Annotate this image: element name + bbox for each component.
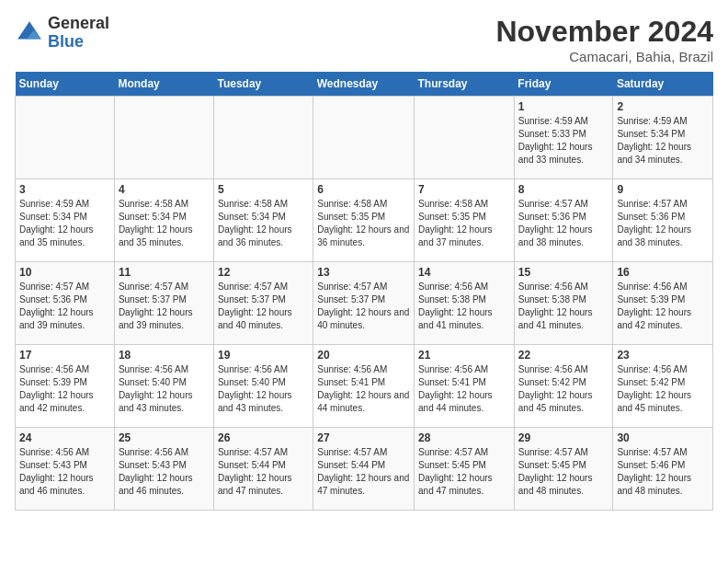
header-row: Sunday Monday Tuesday Wednesday Thursday… — [16, 72, 713, 97]
day-number: 1 — [518, 100, 609, 113]
day-number: 30 — [617, 431, 709, 444]
location: Camacari, Bahia, Brazil — [495, 49, 713, 64]
day-info: Sunrise: 4:58 AM Sunset: 5:35 PM Dayligh… — [317, 198, 410, 249]
calendar-cell: 24Sunrise: 4:56 AM Sunset: 5:43 PM Dayli… — [16, 428, 115, 511]
day-info: Sunrise: 4:57 AM Sunset: 5:46 PM Dayligh… — [617, 446, 709, 498]
calendar-cell: 10Sunrise: 4:57 AM Sunset: 5:36 PM Dayli… — [16, 262, 115, 345]
day-number: 10 — [19, 266, 110, 279]
day-number: 20 — [317, 349, 410, 362]
day-info: Sunrise: 4:56 AM Sunset: 5:41 PM Dayligh… — [317, 363, 410, 415]
day-info: Sunrise: 4:57 AM Sunset: 5:37 PM Dayligh… — [119, 281, 210, 332]
day-number: 13 — [317, 266, 410, 279]
calendar-cell: 23Sunrise: 4:56 AM Sunset: 5:42 PM Dayli… — [613, 345, 713, 428]
day-number: 18 — [119, 349, 210, 362]
logo-icon — [15, 18, 44, 48]
day-info: Sunrise: 4:57 AM Sunset: 5:44 PM Dayligh… — [218, 446, 309, 498]
day-info: Sunrise: 4:56 AM Sunset: 5:40 PM Dayligh… — [119, 363, 210, 415]
calendar-cell: 15Sunrise: 4:56 AM Sunset: 5:38 PM Dayli… — [514, 262, 613, 345]
day-number: 4 — [119, 183, 210, 196]
day-number: 19 — [218, 349, 309, 362]
calendar-cell — [415, 97, 515, 179]
day-number: 27 — [317, 431, 410, 444]
calendar-cell: 3Sunrise: 4:59 AM Sunset: 5:34 PM Daylig… — [16, 179, 115, 262]
day-info: Sunrise: 4:56 AM Sunset: 5:42 PM Dayligh… — [518, 363, 609, 415]
logo-text: General Blue — [48, 15, 109, 52]
calendar-body: 1Sunrise: 4:59 AM Sunset: 5:33 PM Daylig… — [16, 97, 713, 511]
calendar-cell: 6Sunrise: 4:58 AM Sunset: 5:35 PM Daylig… — [313, 179, 415, 262]
day-number: 7 — [418, 183, 510, 196]
calendar-table: Sunday Monday Tuesday Wednesday Thursday… — [15, 72, 713, 511]
calendar-cell: 13Sunrise: 4:57 AM Sunset: 5:37 PM Dayli… — [313, 262, 415, 345]
calendar-cell: 7Sunrise: 4:58 AM Sunset: 5:35 PM Daylig… — [415, 179, 515, 262]
calendar-cell: 11Sunrise: 4:57 AM Sunset: 5:37 PM Dayli… — [114, 262, 213, 345]
day-info: Sunrise: 4:57 AM Sunset: 5:45 PM Dayligh… — [518, 446, 609, 498]
col-saturday: Saturday — [613, 72, 713, 97]
calendar-week-3: 10Sunrise: 4:57 AM Sunset: 5:36 PM Dayli… — [16, 262, 713, 345]
month-title: November 2024 — [495, 15, 713, 49]
day-info: Sunrise: 4:57 AM Sunset: 5:36 PM Dayligh… — [19, 281, 110, 332]
col-wednesday: Wednesday — [313, 72, 415, 97]
calendar-cell — [16, 97, 115, 179]
calendar-cell: 26Sunrise: 4:57 AM Sunset: 5:44 PM Dayli… — [213, 428, 313, 511]
calendar-cell: 30Sunrise: 4:57 AM Sunset: 5:46 PM Dayli… — [613, 428, 713, 511]
day-info: Sunrise: 4:57 AM Sunset: 5:44 PM Dayligh… — [317, 446, 410, 498]
col-sunday: Sunday — [16, 72, 115, 97]
day-number: 2 — [617, 100, 709, 113]
day-info: Sunrise: 4:56 AM Sunset: 5:41 PM Dayligh… — [418, 363, 510, 415]
calendar-cell: 20Sunrise: 4:56 AM Sunset: 5:41 PM Dayli… — [313, 345, 415, 428]
col-monday: Monday — [114, 72, 213, 97]
calendar-cell: 1Sunrise: 4:59 AM Sunset: 5:33 PM Daylig… — [514, 97, 613, 179]
calendar-cell: 19Sunrise: 4:56 AM Sunset: 5:40 PM Dayli… — [213, 345, 313, 428]
day-info: Sunrise: 4:57 AM Sunset: 5:36 PM Dayligh… — [617, 198, 709, 249]
calendar-cell: 16Sunrise: 4:56 AM Sunset: 5:39 PM Dayli… — [613, 262, 713, 345]
calendar-cell: 12Sunrise: 4:57 AM Sunset: 5:37 PM Dayli… — [213, 262, 313, 345]
col-friday: Friday — [514, 72, 613, 97]
calendar-week-1: 1Sunrise: 4:59 AM Sunset: 5:33 PM Daylig… — [16, 97, 713, 179]
day-number: 22 — [518, 349, 609, 362]
day-info: Sunrise: 4:58 AM Sunset: 5:34 PM Dayligh… — [119, 198, 210, 249]
col-thursday: Thursday — [415, 72, 515, 97]
day-number: 16 — [617, 266, 709, 279]
calendar-cell: 27Sunrise: 4:57 AM Sunset: 5:44 PM Dayli… — [313, 428, 415, 511]
day-info: Sunrise: 4:58 AM Sunset: 5:35 PM Dayligh… — [418, 198, 510, 249]
day-info: Sunrise: 4:56 AM Sunset: 5:38 PM Dayligh… — [418, 281, 510, 332]
day-info: Sunrise: 4:56 AM Sunset: 5:39 PM Dayligh… — [617, 281, 709, 332]
page-header: General Blue November 2024 Camacari, Bah… — [15, 15, 713, 64]
calendar-cell: 2Sunrise: 4:59 AM Sunset: 5:34 PM Daylig… — [613, 97, 713, 179]
calendar-week-5: 24Sunrise: 4:56 AM Sunset: 5:43 PM Dayli… — [16, 428, 713, 511]
day-number: 29 — [518, 431, 609, 444]
calendar-cell: 18Sunrise: 4:56 AM Sunset: 5:40 PM Dayli… — [114, 345, 213, 428]
day-info: Sunrise: 4:59 AM Sunset: 5:33 PM Dayligh… — [518, 115, 609, 167]
calendar-cell — [313, 97, 415, 179]
logo-blue: Blue — [48, 32, 84, 51]
calendar-cell: 25Sunrise: 4:56 AM Sunset: 5:43 PM Dayli… — [114, 428, 213, 511]
calendar-cell: 28Sunrise: 4:57 AM Sunset: 5:45 PM Dayli… — [415, 428, 515, 511]
calendar-cell: 29Sunrise: 4:57 AM Sunset: 5:45 PM Dayli… — [514, 428, 613, 511]
day-number: 24 — [19, 431, 110, 444]
day-info: Sunrise: 4:58 AM Sunset: 5:34 PM Dayligh… — [218, 198, 309, 249]
day-number: 21 — [418, 349, 510, 362]
title-block: November 2024 Camacari, Bahia, Brazil — [495, 15, 713, 64]
day-info: Sunrise: 4:57 AM Sunset: 5:36 PM Dayligh… — [518, 198, 609, 249]
day-info: Sunrise: 4:59 AM Sunset: 5:34 PM Dayligh… — [617, 115, 709, 167]
logo: General Blue — [15, 15, 109, 52]
day-number: 6 — [317, 183, 410, 196]
day-info: Sunrise: 4:56 AM Sunset: 5:39 PM Dayligh… — [19, 363, 110, 415]
day-number: 17 — [19, 349, 110, 362]
day-info: Sunrise: 4:59 AM Sunset: 5:34 PM Dayligh… — [19, 198, 110, 249]
day-number: 26 — [218, 431, 309, 444]
calendar-cell — [213, 97, 313, 179]
day-number: 14 — [418, 266, 510, 279]
day-number: 3 — [19, 183, 110, 196]
day-number: 5 — [218, 183, 309, 196]
day-info: Sunrise: 4:56 AM Sunset: 5:38 PM Dayligh… — [518, 281, 609, 332]
day-info: Sunrise: 4:56 AM Sunset: 5:43 PM Dayligh… — [119, 446, 210, 498]
day-info: Sunrise: 4:57 AM Sunset: 5:37 PM Dayligh… — [218, 281, 309, 332]
day-number: 15 — [518, 266, 609, 279]
day-info: Sunrise: 4:57 AM Sunset: 5:45 PM Dayligh… — [418, 446, 510, 498]
day-info: Sunrise: 4:56 AM Sunset: 5:42 PM Dayligh… — [617, 363, 709, 415]
day-number: 28 — [418, 431, 510, 444]
calendar-cell: 17Sunrise: 4:56 AM Sunset: 5:39 PM Dayli… — [16, 345, 115, 428]
day-number: 8 — [518, 183, 609, 196]
day-number: 12 — [218, 266, 309, 279]
